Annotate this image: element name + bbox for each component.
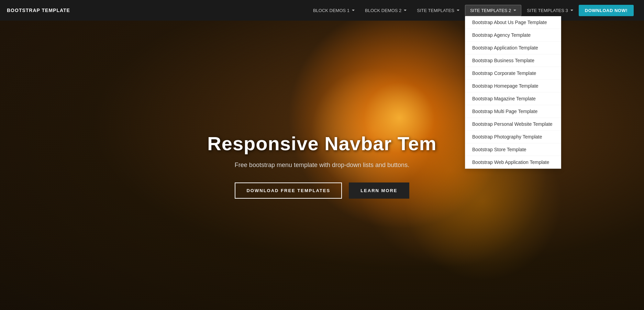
dropdown-item-web-application[interactable]: Bootstrap Web Application Template — [465, 156, 561, 168]
dropdown-item-homepage[interactable]: Bootstrap Homepage Template — [465, 80, 561, 92]
nav-item-block-demos-1: BLOCK DEMOS 1 — [308, 5, 359, 16]
download-now-button[interactable]: DOWNLOAD NOW! — [579, 5, 634, 16]
nav-item-block-demos-2: BLOCK DEMOS 2 — [360, 5, 411, 16]
nav-item-site-templates-3: SITE TEMPLATES 3 — [522, 5, 578, 16]
chevron-down-icon — [513, 10, 516, 11]
chevron-down-icon — [352, 10, 355, 11]
navbar-brand: BOOTSTRAP TEMPLATE — [7, 8, 70, 13]
dropdown-item-magazine[interactable]: Bootstrap Magazine Template — [465, 92, 561, 105]
dropdown-item-personal-website[interactable]: Bootstrap Personal Website Template — [465, 118, 561, 131]
dropdown-item-corporate[interactable]: Bootstrap Corporate Template — [465, 67, 561, 80]
nav-item-site-templates: SITE TEMPLATES — [412, 5, 464, 16]
nav-item-site-templates-2: SITE TEMPLATES 2 Bootstrap About Us Page… — [465, 5, 521, 16]
nav-link-block-demos-2[interactable]: BLOCK DEMOS 2 — [360, 5, 411, 16]
dropdown-item-store[interactable]: Bootstrap Store Template — [465, 143, 561, 156]
navbar-nav: BLOCK DEMOS 1 BLOCK DEMOS 2 SITE TEMPLAT… — [308, 5, 634, 16]
dropdown-item-business[interactable]: Bootstrap Business Template — [465, 54, 561, 67]
navbar: BOOTSTRAP TEMPLATE BLOCK DEMOS 1 BLOCK D… — [0, 0, 644, 21]
dropdown-menu-site-templates-2: Bootstrap About Us Page Template Bootstr… — [465, 16, 561, 169]
download-free-templates-button[interactable]: DOWNLOAD FREE TEMPLATES — [235, 182, 342, 199]
dropdown-item-photography[interactable]: Bootstrap Photography Template — [465, 131, 561, 143]
nav-link-site-templates[interactable]: SITE TEMPLATES — [412, 5, 464, 16]
nav-link-site-templates-2[interactable]: SITE TEMPLATES 2 — [465, 5, 521, 16]
nav-link-site-templates-3[interactable]: SITE TEMPLATES 3 — [522, 5, 578, 16]
dropdown-item-agency[interactable]: Bootstrap Agency Template — [465, 29, 561, 42]
chevron-down-icon — [457, 10, 459, 11]
dropdown-item-multi-page[interactable]: Bootstrap Multi Page Template — [465, 105, 561, 118]
dropdown-item-about-us[interactable]: Bootstrap About Us Page Template — [465, 16, 561, 29]
hero-buttons: DOWNLOAD FREE TEMPLATES LEARN MORE — [235, 182, 409, 199]
chevron-down-icon — [404, 10, 407, 11]
chevron-down-icon — [570, 10, 573, 11]
hero-subtitle: Free bootstrap menu template with drop-d… — [235, 162, 409, 169]
hero-title: Responsive Navbar Tem — [207, 132, 436, 155]
nav-link-block-demos-1[interactable]: BLOCK DEMOS 1 — [308, 5, 359, 16]
learn-more-button[interactable]: LEARN MORE — [349, 182, 409, 199]
dropdown-item-application[interactable]: Bootstrap Application Template — [465, 42, 561, 54]
